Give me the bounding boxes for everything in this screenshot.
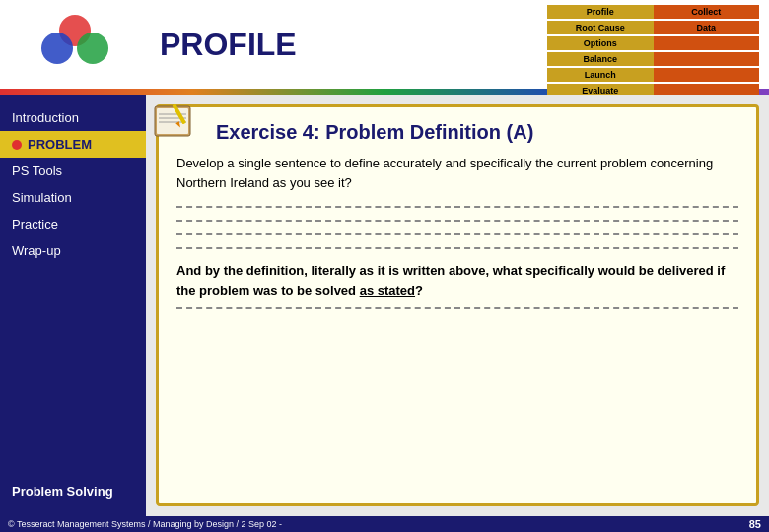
proc-rootcause: Root Cause (547, 21, 654, 34)
proc-row-1: Profile Collect (547, 5, 759, 19)
notebook-icon (149, 102, 196, 142)
exercise-body: Develop a single sentence to define accu… (176, 154, 738, 192)
exercise-card: Exercise 4: Problem Definition (A) Devel… (156, 104, 759, 506)
page-footer: © Tesseract Management Systems / Managin… (0, 516, 769, 532)
proc-row-5: Launch (547, 68, 759, 82)
proc-collect: Collect (654, 5, 760, 19)
proc-launch: Launch (547, 68, 654, 82)
dashed-line-4 (176, 247, 738, 249)
dashed-line-5 (176, 307, 738, 309)
sidebar-item-practice[interactable]: Practice (0, 211, 146, 237)
proc-row-4: Balance (547, 52, 759, 66)
sidebar: Introduction PROBLEM PS Tools Simulation… (0, 95, 146, 516)
underline-text: as stated (360, 283, 415, 298)
copyright-text: © Tesseract Management Systems / Managin… (8, 519, 282, 529)
proc-row-2: Root Cause Data (547, 21, 759, 34)
exercise-title: Exercise 4: Problem Definition (A) (216, 121, 738, 144)
proc-data: Data (654, 21, 760, 34)
exercise-footer: And by the definition, literally as it i… (176, 261, 738, 299)
content-area: Exercise 4: Problem Definition (A) Devel… (146, 95, 769, 516)
dashed-line-1 (176, 206, 738, 208)
dashed-line-2 (176, 220, 738, 222)
proc-row-3: Options (547, 36, 759, 50)
header: PROFILE Profile Collect Root Cause Data … (0, 0, 769, 89)
circle-blue (41, 33, 73, 64)
dashed-line-3 (176, 233, 738, 235)
proc-options: Options (547, 36, 654, 50)
sidebar-item-problem[interactable]: PROBLEM (0, 131, 146, 158)
page-number: 85 (749, 518, 761, 530)
sidebar-bottom-label: Problem Solving (0, 476, 146, 506)
proc-launch-right (654, 68, 760, 82)
active-bullet (12, 140, 22, 150)
proc-profile: Profile (547, 5, 654, 19)
main-area: Introduction PROBLEM PS Tools Simulation… (0, 95, 769, 516)
proc-balance-right (654, 52, 760, 66)
logo-icon (41, 15, 110, 74)
sidebar-item-wrapup[interactable]: Wrap-up (0, 237, 146, 264)
proc-options-right (654, 36, 760, 50)
circle-green (77, 33, 108, 64)
proc-balance: Balance (547, 52, 654, 66)
logo-area (12, 15, 140, 74)
sidebar-item-simulation[interactable]: Simulation (0, 184, 146, 211)
sidebar-item-pstools[interactable]: PS Tools (0, 158, 146, 184)
sidebar-item-introduction[interactable]: Introduction (0, 104, 146, 131)
